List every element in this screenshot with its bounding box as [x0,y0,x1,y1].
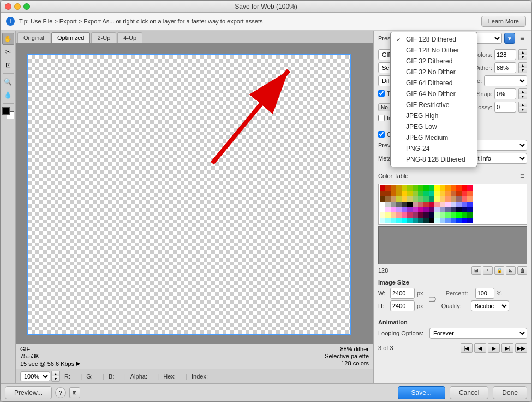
zoom-tool[interactable]: 🔍 [2,76,14,88]
color-cell[interactable] [429,207,434,212]
color-cell[interactable] [396,207,402,212]
dropdown-item[interactable]: PNG-24 [391,143,477,154]
slice-tool[interactable]: ✂ [2,46,14,58]
color-cell[interactable] [391,207,396,212]
color-cell[interactable] [440,212,445,218]
dropdown-item[interactable]: GIF 32 No Dither [391,67,477,78]
color-cell[interactable] [385,191,391,196]
color-cell[interactable] [456,202,462,207]
color-cell[interactable] [402,212,407,218]
done-button[interactable]: Done [493,386,527,399]
color-table-options-button[interactable]: ≡ [517,171,527,181]
color-cell[interactable] [380,191,385,196]
color-cell[interactable] [385,207,391,212]
color-cell[interactable] [440,218,445,223]
color-cell[interactable] [451,191,456,196]
color-cell[interactable] [451,196,456,202]
slice-select-tool[interactable]: ⊡ [2,59,14,71]
dropdown-item[interactable]: JPEG Medium [391,132,477,143]
color-cell[interactable] [385,185,391,191]
color-cell[interactable] [396,196,402,202]
color-cell[interactable] [434,207,440,212]
color-cell[interactable] [434,191,440,196]
color-cell[interactable] [418,191,423,196]
maximize-button[interactable] [23,3,30,10]
minimize-button[interactable] [14,3,21,10]
color-cell[interactable] [418,212,423,218]
color-cell[interactable] [445,218,451,223]
color-cell[interactable] [423,212,429,218]
color-cell[interactable] [413,218,418,223]
panel-options-button[interactable]: ≡ [517,33,527,43]
color-cell[interactable] [396,202,402,207]
color-cell[interactable] [396,212,402,218]
color-cell[interactable] [467,191,473,196]
color-cell[interactable] [434,202,440,207]
color-cell[interactable] [402,207,407,212]
color-cell[interactable] [467,196,473,202]
lossy-down[interactable]: ▼ [519,107,527,112]
tab-optimized[interactable]: Optimized [51,32,91,43]
color-cell[interactable] [418,202,423,207]
color-cell[interactable] [402,218,407,223]
websnap-up[interactable]: ▲ [519,89,527,94]
dropdown-item[interactable]: JPEG Low [391,121,477,132]
zoom-down-button[interactable]: ▼ [52,376,59,381]
skip-start-button[interactable]: |◀ [461,343,473,353]
color-cell[interactable] [407,202,413,207]
color-cell[interactable] [385,202,391,207]
color-cell[interactable] [380,196,385,202]
color-cell[interactable] [451,202,456,207]
help-button[interactable]: ? [55,387,66,398]
close-button[interactable] [5,3,11,10]
dither-up[interactable]: ▲ [519,63,527,68]
color-cell[interactable] [429,185,434,191]
tab-2up[interactable]: 2-Up [91,32,116,43]
ct-map-button[interactable]: ⊞ [471,266,481,275]
color-cell[interactable] [456,212,462,218]
prev-frame-button[interactable]: ◀ [474,343,486,353]
color-cell[interactable] [396,191,402,196]
color-cell[interactable] [462,185,467,191]
color-cell[interactable] [429,212,434,218]
color-cell[interactable] [380,218,385,223]
color-cell[interactable] [385,196,391,202]
color-cell[interactable] [445,212,451,218]
color-cell[interactable] [423,207,429,212]
color-cell[interactable] [413,207,418,212]
color-cell[interactable] [418,196,423,202]
colors-down[interactable]: ▼ [519,55,527,60]
color-cell[interactable] [380,185,385,191]
color-cell[interactable] [467,212,473,218]
color-cell[interactable] [380,212,385,218]
color-cell[interactable] [407,185,413,191]
dropdown-item[interactable]: PNG-8 128 Dithered [391,154,477,165]
dropdown-item[interactable]: GIF 128 Dithered [391,34,477,45]
color-cell[interactable] [391,202,396,207]
looping-select[interactable]: Once Forever Other [429,328,527,339]
color-cell[interactable] [440,196,445,202]
ct-delete-button[interactable]: 🗑 [517,266,527,275]
dropdown-item[interactable]: GIF 32 Dithered [391,56,477,67]
color-cell[interactable] [423,218,429,223]
transparency-checkbox[interactable] [378,90,385,97]
color-cell[interactable] [380,202,385,207]
color-cell[interactable] [429,218,434,223]
hand-tool[interactable]: ✋ [2,33,14,45]
color-cell[interactable] [385,218,391,223]
preview-button[interactable]: Preview... [5,386,52,399]
width-input[interactable] [390,288,415,299]
color-cell[interactable] [451,185,456,191]
color-cell[interactable] [402,196,407,202]
browser-button[interactable]: ⊞ [69,387,80,398]
dither-down[interactable]: ▼ [519,68,527,73]
color-cell[interactable] [391,185,396,191]
quality-select[interactable]: Bicubic Bilinear Nearest Neighbor [471,300,509,311]
canvas-viewport[interactable] [16,43,373,344]
color-cell[interactable] [467,218,473,223]
color-cell[interactable] [462,212,467,218]
color-cell[interactable] [413,191,418,196]
save-button[interactable]: Save... [398,386,445,399]
color-cell[interactable] [407,191,413,196]
color-cell[interactable] [418,185,423,191]
